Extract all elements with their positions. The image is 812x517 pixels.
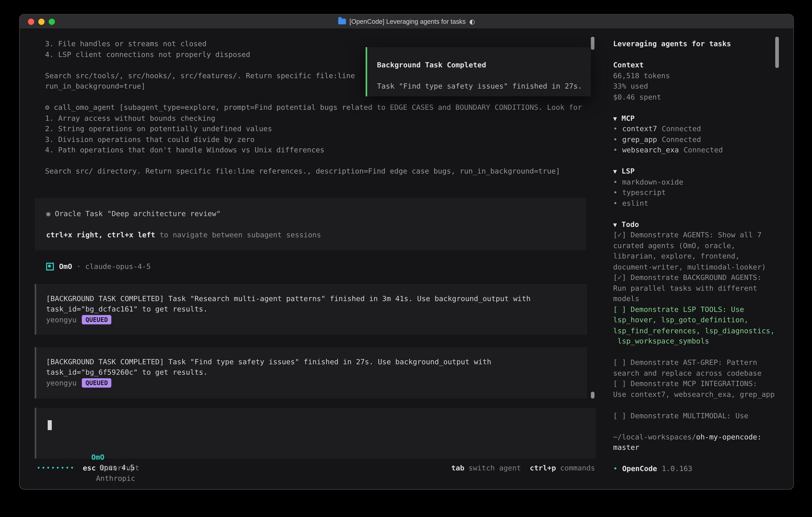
oracle-task-title: ◉ Oracle Task "Deep architecture review" [46,208,221,219]
todo-item-line-active: lsp_find_references, lsp_diagnostics, [613,325,783,336]
todo-item-line: document-writer, multimodal-looker) [613,262,783,272]
message-author: yeongyu [46,315,77,325]
bullet-icon: • [613,188,617,196]
app-version: •OpenCode1.0.163 [613,463,783,474]
status-right: tabswitch agent ctrl+pcommands [452,463,595,472]
agent-model: claude-opus-4-5 [85,261,151,272]
bullet-icon: • [613,135,617,143]
todo-item-line: [✓] Demonstrate AGENTS: Show all 7 [613,229,783,240]
todo-item-line: search and replace across codebase [613,368,783,378]
opencode-window: [OpenCode] Leveraging agents for tasks ◐… [19,14,794,490]
todo-heading[interactable]: ▼Todo [613,219,783,229]
context-tokens: 66,518 tokens [613,70,783,81]
tool-call-item: 2. String operations on potentially unde… [45,124,582,134]
bullet-icon: • [613,464,617,472]
loading-spinner-icon: ◐ [469,18,475,25]
message-line: [BACKGROUND TASK COMPLETED] Task "Resear… [46,293,531,304]
tool-call-tail: Search src/ directory. Return specific f… [45,166,582,176]
zoom-window-button[interactable] [49,19,55,25]
lsp-item: •eslint [613,198,783,208]
collapse-triangle-icon: ▼ [613,115,617,122]
todo-item-line: [✓] Demonstrate BACKGROUND AGENTS: [613,272,783,283]
minimize-window-button[interactable] [38,19,45,25]
context-used: 33% used [613,81,783,91]
tool-call-item: 1. Array access without bounds checking [45,113,582,124]
message-line: task_id="bg_dcfac161" to get results. [46,304,208,314]
collapse-triangle-icon: ▼ [613,221,617,228]
agent-header: OmO · claude-opus-4-5 [46,261,151,272]
bullet-icon: • [613,145,617,154]
bullet-icon: • [613,199,617,207]
status-bar: •••••••• escinterrupt tabswitch agent ct… [37,462,595,473]
input-model-line: OmO Opus 4.5 Anthropic [48,441,135,452]
message-line: task_id="bg_6f59260c" to get results. [46,367,208,377]
message-meta: yeongyu QUEUED [46,315,112,325]
status-left: •••••••• escinterrupt [37,463,139,472]
oracle-hint: ctrl+x right, ctrl+x left to navigate be… [46,229,321,240]
gear-icon: ⚙ [45,103,49,111]
todo-item-line: Use context7, websearch_exa, grep_app [613,389,783,400]
tool-call-text: call_omo_agent [subagent_type=explore, p… [49,103,582,111]
queued-badge: QUEUED [82,378,112,388]
mcp-heading[interactable]: ▼MCP [613,113,783,124]
todo-item-line-active: [ ] Demonstrate LSP TOOLS: Use [613,304,783,315]
esc-hint: escinterrupt [83,463,139,472]
window-title-group: [OpenCode] Leveraging agents for tasks ◐ [338,18,475,25]
todo-item-line-active: lsp_workspace_symbols [613,336,783,347]
todo-item-line: Run parallel tasks with different [613,283,783,293]
working-spinner-dots-icon: •••••••• [37,464,75,471]
main-scrollbar-thumb[interactable] [591,37,594,50]
prompt-input[interactable]: OmO Opus 4.5 Anthropic [35,408,596,459]
hint-keys: ctrl+x right, ctrl+x left [46,230,155,239]
context-heading: Context [613,60,783,70]
sidebar: Leveraging agents for tasks Context 66,5… [605,38,783,474]
message-meta: yeongyu QUEUED [46,378,112,388]
bullet-icon: • [613,124,617,133]
workspace-branch: master [613,442,783,453]
folder-icon [338,19,346,24]
traffic-lights [28,15,55,29]
background-task-message: [BACKGROUND TASK COMPLETED] Task "Find t… [35,347,587,399]
queued-badge: QUEUED [82,315,112,324]
window-title: [OpenCode] Leveraging agents for tasks [349,18,466,25]
input-agent-name: OmO [91,453,105,461]
background-task-message: [BACKGROUND TASK COMPLETED] Task "Resear… [35,284,587,335]
lsp-heading[interactable]: ▼LSP [613,166,783,176]
mcp-item: •websearch_exaConnected [613,144,783,155]
message-author: yeongyu [46,378,77,388]
separator: · [72,261,85,272]
collapse-triangle-icon: ▼ [613,168,617,175]
text-cursor [48,420,52,430]
lsp-item: •typescript [613,187,783,198]
tool-call-item: 3. Division operations that could divide… [45,134,582,144]
todo-item-line: [ ] Demonstrate AST-GREP: Pattern [613,357,783,368]
agent-name: OmO [59,261,72,272]
tool-call-item: 4. Path operations that don't handle Win… [45,144,582,155]
workspace-path: ~/local-workspaces/oh-my-opencode: [613,431,783,442]
mcp-item: •grep_appConnected [613,134,783,144]
sidebar-scrollbar-thumb[interactable] [775,37,779,68]
bullet-icon: • [613,178,617,186]
todo-item-line: models [613,293,783,304]
context-spent: $0.46 spent [613,91,783,102]
tool-call-line: ⚙ call_omo_agent [subagent_type=explore,… [45,102,582,113]
background-task-toast: Background Task Completed Task "Find typ… [366,47,591,97]
commands-hint: ctrl+pcommands [530,463,595,472]
titlebar: [OpenCode] Leveraging agents for tasks ◐ [20,15,793,29]
record-icon: ◉ [46,209,51,218]
main-scrollbar-mark[interactable] [591,392,594,399]
session-title: Leveraging agents for tasks [613,38,783,49]
input-provider-name: Anthropic [96,474,135,482]
todo-item-line: curated agents (OmO, oracle, [613,240,783,251]
todo-item-line: [ ] Demonstrate MULTIMODAL: Use [613,410,783,420]
message-line: [BACKGROUND TASK COMPLETED] Task "Find t… [46,356,491,367]
oracle-task-panel[interactable]: ◉ Oracle Task "Deep architecture review"… [35,198,586,250]
todo-item-line: [ ] Demonstrate MCP INTEGRATIONS: [613,378,783,389]
hint-text: to navigate between subagent sessions [155,230,321,239]
close-window-button[interactable] [28,19,34,25]
todo-item-line: librarian, explore, frontend, [613,251,783,261]
blank-line [45,155,582,166]
todo-item-line-active: lsp_hover, lsp_goto_definition, [613,315,783,325]
tab-hint: tabswitch agent [452,463,521,472]
toast-body: Task "Find type safety issues" finished … [377,81,582,91]
